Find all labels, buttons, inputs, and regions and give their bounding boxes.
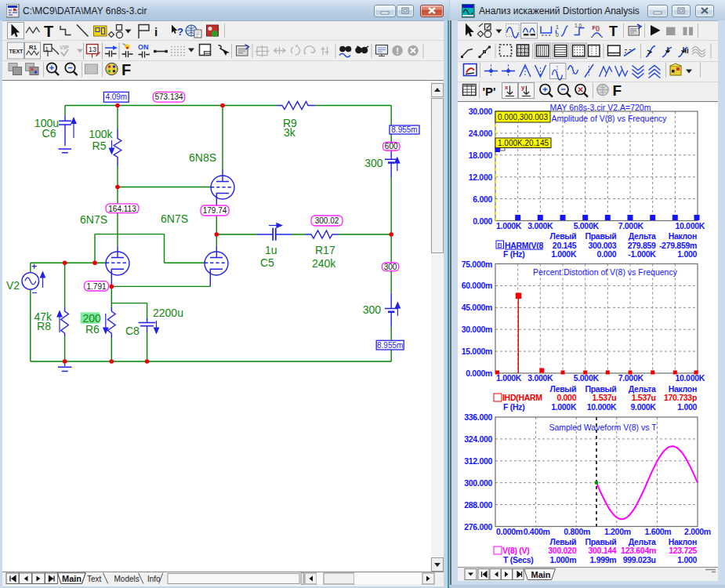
svg-text:4.09m: 4.09m xyxy=(105,93,127,101)
svg-text:12.000: 12.000 xyxy=(469,172,493,182)
svg-text:TEXT: TEXT xyxy=(9,49,24,54)
svg-text:7.000K: 7.000K xyxy=(618,373,644,383)
svg-text:179.74: 179.74 xyxy=(203,206,227,215)
svg-text:600: 600 xyxy=(385,142,398,151)
svg-text:R17: R17 xyxy=(315,244,335,256)
svg-text:2.000m: 2.000m xyxy=(684,527,711,536)
svg-text:6N7S: 6N7S xyxy=(161,212,188,225)
svg-text:T: T xyxy=(609,24,618,39)
svg-text:Левый: Левый xyxy=(550,384,577,394)
svg-text:3k: 3k xyxy=(284,126,296,139)
svg-text:1.000K: 1.000K xyxy=(551,402,577,412)
svg-text:18.000: 18.000 xyxy=(469,151,493,160)
svg-text:5.000K: 5.000K xyxy=(574,221,600,230)
svg-text:x: x xyxy=(505,84,509,91)
svg-text:R8: R8 xyxy=(37,320,51,332)
svg-text:Text: Text xyxy=(87,575,102,583)
svg-text:6.000: 6.000 xyxy=(473,194,492,204)
svg-text:1.000m: 1.000m xyxy=(549,555,576,564)
svg-text:C6: C6 xyxy=(42,127,56,140)
svg-text:F(): F() xyxy=(593,24,600,31)
svg-text:Правый: Правый xyxy=(585,537,617,546)
svg-text:Models: Models xyxy=(114,575,140,583)
svg-text:Правый: Правый xyxy=(585,231,617,241)
svg-text:2200u: 2200u xyxy=(153,307,183,319)
svg-text:276.000: 276.000 xyxy=(464,522,492,532)
svg-text:0.000m: 0.000m xyxy=(466,368,492,378)
svg-text:Дельта: Дельта xyxy=(629,231,656,241)
svg-text:1.537u: 1.537u xyxy=(593,393,617,402)
svg-text:F: F xyxy=(121,61,131,78)
svg-text:ON: ON xyxy=(138,43,149,51)
svg-text:6N8S: 6N8S xyxy=(189,151,216,164)
svg-text:V2: V2 xyxy=(6,279,20,292)
svg-text:5.000K: 5.000K xyxy=(574,373,600,383)
svg-text:1.791: 1.791 xyxy=(86,282,106,291)
svg-text:1.000K: 1.000K xyxy=(551,249,577,259)
svg-text:300.003: 300.003 xyxy=(589,241,617,250)
svg-text:0.000: 0.000 xyxy=(597,249,617,259)
svg-text:0.000: 0.000 xyxy=(556,393,576,402)
svg-text:1,0: 1,0 xyxy=(575,23,582,28)
svg-text:T: T xyxy=(44,23,53,40)
svg-text:1.000K: 1.000K xyxy=(496,373,522,383)
svg-text:B: B xyxy=(498,241,502,249)
svg-text:1u: 1u xyxy=(265,244,277,256)
svg-text:3.000K: 3.000K xyxy=(527,373,553,383)
svg-text:1.200m: 1.200m xyxy=(604,527,631,536)
svg-text:1.600m: 1.600m xyxy=(644,527,671,536)
svg-text:9.000K: 9.000K xyxy=(631,402,657,412)
svg-text:1.000K: 1.000K xyxy=(496,221,522,230)
svg-text:279.859: 279.859 xyxy=(628,241,656,250)
svg-text:Info: Info xyxy=(147,575,161,583)
svg-text:24.000: 24.000 xyxy=(469,129,493,138)
svg-text:1.000: 1.000 xyxy=(677,555,697,564)
svg-text:30.000: 30.000 xyxy=(469,107,493,116)
svg-text:F: F xyxy=(613,82,622,99)
svg-text:300.02: 300.02 xyxy=(315,216,339,225)
svg-text:C5: C5 xyxy=(260,256,274,269)
svg-text:100k: 100k xyxy=(89,128,113,140)
svg-text:-1.000K: -1.000K xyxy=(628,249,656,259)
svg-text:300: 300 xyxy=(384,263,397,271)
svg-text:1: 1 xyxy=(556,24,559,30)
svg-text:1.000: 1.000 xyxy=(677,249,697,259)
svg-text:170.733p: 170.733p xyxy=(664,393,697,402)
svg-text:8.955m: 8.955m xyxy=(377,341,403,350)
svg-text:300.000: 300.000 xyxy=(464,478,492,488)
svg-text:164.113: 164.113 xyxy=(108,205,136,213)
svg-text:123.725: 123.725 xyxy=(669,546,697,555)
svg-text:Наклон: Наклон xyxy=(669,537,697,546)
svg-text:Наклон: Наклон xyxy=(669,384,697,394)
svg-text:'P': 'P' xyxy=(483,85,496,98)
svg-text:!: ! xyxy=(396,46,399,56)
svg-text:123.604m: 123.604m xyxy=(621,546,656,555)
svg-text:-279.859m: -279.859m xyxy=(659,241,697,250)
svg-text:312.000: 312.000 xyxy=(464,456,492,466)
svg-text:200: 200 xyxy=(83,312,102,325)
svg-text:Дельта: Дельта xyxy=(629,384,656,394)
svg-text:Percent Distortion of V(8) vs: Percent Distortion of V(8) vs Frequency xyxy=(533,267,678,277)
svg-text:0.400m: 0.400m xyxy=(524,527,550,536)
svg-text:0.000m: 0.000m xyxy=(496,527,523,536)
svg-text:MAY 6n8s-3.cir V2.A=720m: MAY 6n8s-3.cir V2.A=720m xyxy=(550,103,651,112)
svg-text:8.955m: 8.955m xyxy=(391,125,417,134)
svg-text:Sampled Waveform V(8) vs T: Sampled Waveform V(8) vs T xyxy=(549,423,657,432)
svg-text:Дельта: Дельта xyxy=(629,537,656,546)
svg-text:45.000m: 45.000m xyxy=(462,303,492,312)
svg-text:10.000K: 10.000K xyxy=(587,402,617,412)
svg-text:R5: R5 xyxy=(92,140,107,152)
svg-text:20.145: 20.145 xyxy=(553,241,577,250)
svg-text:0.800m: 0.800m xyxy=(564,527,590,536)
svg-text:7.000K: 7.000K xyxy=(618,221,644,230)
svg-text:288.000: 288.000 xyxy=(464,500,492,510)
svg-text:300: 300 xyxy=(364,157,383,169)
svg-text:R6: R6 xyxy=(85,323,100,336)
svg-text:1.999m: 1.999m xyxy=(590,555,617,564)
svg-text:1.000: 1.000 xyxy=(677,402,697,412)
svg-text:60.000m: 60.000m xyxy=(462,281,492,290)
svg-text:0.000: 0.000 xyxy=(473,216,492,226)
svg-text:13: 13 xyxy=(89,45,96,53)
svg-text:Левый: Левый xyxy=(550,537,577,546)
svg-text:10.000K: 10.000K xyxy=(675,373,705,383)
